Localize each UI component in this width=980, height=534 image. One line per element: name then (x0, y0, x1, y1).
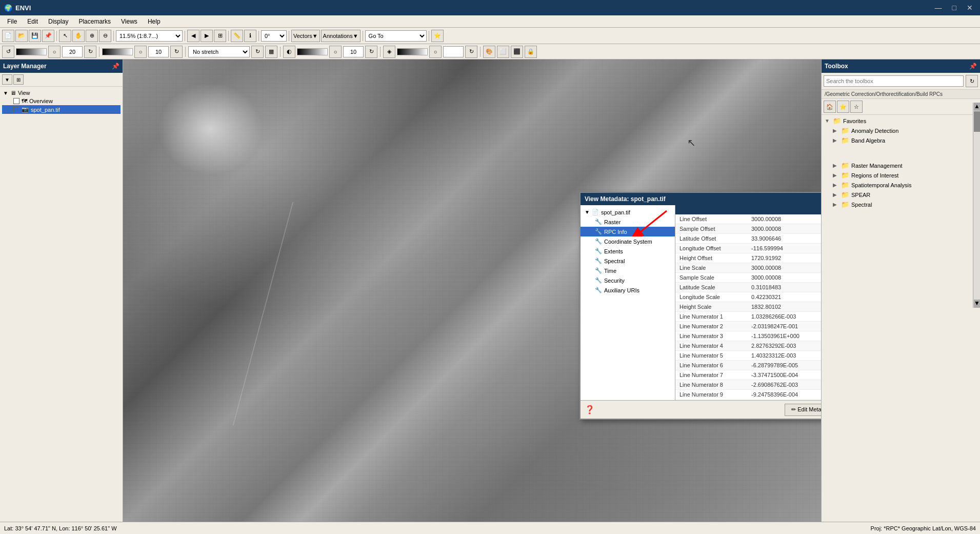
stretch-reset-button[interactable]: ↺ (2, 46, 14, 58)
gamma-reset[interactable]: ○ (329, 46, 342, 58)
gamma-input[interactable] (343, 46, 364, 57)
window-controls[interactable]: — □ ✕ (932, 3, 976, 13)
brightness-input[interactable]: 20 (62, 46, 83, 57)
tb-item-roi[interactable]: ▶ 📁 Regions of Interest (823, 170, 979, 180)
meta-tree-aux[interactable]: 🔧 Auxiliary URIs (581, 285, 675, 295)
goto-select[interactable]: Go To (365, 30, 427, 42)
overview-checkbox[interactable] (13, 98, 19, 104)
vectors-button[interactable]: Vectors ▼ (291, 30, 320, 42)
lm-new-view[interactable]: ⊞ (13, 74, 24, 85)
cursor-button[interactable]: ↖ (59, 30, 71, 42)
contrast2-button[interactable]: ⬛ (511, 46, 523, 58)
menu-views[interactable]: Views (116, 17, 143, 26)
toolbox-header: Toolbox 📌 (822, 60, 980, 73)
zoom-next-button[interactable]: ▶ (201, 30, 213, 42)
measure-button[interactable]: 📏 (231, 30, 243, 42)
menu-file[interactable]: File (2, 17, 22, 26)
stretch-select[interactable]: No stretch (188, 46, 250, 57)
tb-item-band-algebra[interactable]: ▶ 📁 Band Algebra (823, 135, 979, 145)
tb-home-button[interactable]: 🏠 (824, 101, 836, 113)
tb-item-anomaly[interactable]: ▶ 📁 Anomaly Detection (823, 126, 979, 135)
menu-display[interactable]: Display (43, 17, 73, 26)
tree-item-overview[interactable]: 🗺 Overview (2, 97, 121, 105)
pin-button[interactable]: 📌 (42, 30, 54, 42)
stretch-chip[interactable]: ▦ (265, 46, 277, 58)
stretch-apply[interactable]: ↻ (251, 46, 264, 58)
tree-item-spot-pan[interactable]: 📷 spot_pan.tif (2, 105, 121, 114)
color-button[interactable]: 🎨 (483, 46, 495, 58)
meta-tree-security[interactable]: 🔧 Security (581, 275, 675, 285)
open-button[interactable]: 📂 (15, 30, 28, 42)
rpc-key: Longitude Scale (675, 292, 747, 302)
scroll-thumb[interactable] (974, 111, 980, 132)
gamma-refresh[interactable]: ↻ (365, 46, 377, 58)
grayscale-button[interactable]: ⬜ (497, 46, 509, 58)
annotations-button[interactable]: Annotations ▼ (321, 30, 361, 42)
minimize-button[interactable]: — (932, 3, 945, 13)
tb-item-spatiotemporal[interactable]: ▶ 📁 Spatiotemporal Analysis (823, 180, 979, 190)
tb-item-raster-mgmt[interactable]: ▶ 📁 Raster Management (823, 161, 979, 170)
rpc-value: 33.9006646 (747, 234, 821, 244)
meta-tree-rpcinfo[interactable]: 🔧 RPC Info (581, 227, 675, 236)
scroll-down-arrow[interactable]: ▼ (974, 300, 980, 308)
layer-manager-panel: Layer Manager 📌 ▼ ⊞ ▼ 🖥 View 🗺 Overview (0, 60, 123, 522)
rotation-select[interactable]: 0° (261, 30, 287, 42)
toolbox-search-refresh[interactable]: ↻ (966, 75, 978, 87)
rpc-value: 1720.91992 (747, 253, 821, 263)
meta-tree-raster[interactable]: 🔧 Raster (581, 217, 675, 227)
meta-tree-time[interactable]: 🔧 Time (581, 266, 675, 275)
brightness-refresh[interactable]: ↻ (84, 46, 96, 58)
lock-button[interactable]: 🔒 (525, 46, 537, 58)
spot-pan-checkbox[interactable] (13, 107, 19, 113)
toolbox-scrollbar[interactable]: ▲ ▼ (973, 103, 980, 308)
contrast-reset[interactable]: ○ (134, 46, 147, 58)
toolbox-pin[interactable]: 📌 (969, 63, 977, 70)
sharpen-icon[interactable]: ◈ (383, 46, 395, 58)
meta-tree-extents[interactable]: 🔧 Extents (581, 246, 675, 256)
rpc-key: Line Numerator 6 (675, 361, 747, 370)
zoom-in-button[interactable]: ⊕ (86, 30, 98, 42)
separator (56, 31, 57, 41)
menu-help[interactable]: Help (143, 17, 166, 26)
meta-help-icon[interactable]: ❓ (585, 405, 595, 414)
scroll-up-arrow[interactable]: ▲ (974, 103, 980, 111)
contrast-input[interactable]: 10 (148, 46, 169, 57)
close-button[interactable]: ✕ (964, 3, 976, 13)
tree-item-view[interactable]: ▼ 🖥 View (2, 89, 121, 97)
pan-button[interactable]: ✋ (72, 30, 85, 42)
toolbox-search-input[interactable] (824, 75, 964, 87)
view-label: View (18, 90, 30, 96)
zoom-out-button[interactable]: ⊖ (99, 30, 111, 42)
new-button[interactable]: 📄 (2, 30, 14, 42)
zoom-prev-button[interactable]: ◀ (187, 30, 199, 42)
brightness-reset[interactable]: ○ (48, 46, 61, 58)
zoom-fit-button[interactable]: ⊞ (214, 30, 226, 42)
file-icon: 📄 (592, 209, 599, 215)
menu-edit[interactable]: Edit (22, 17, 43, 26)
sharpen-refresh[interactable]: ↻ (465, 46, 477, 58)
sharpen-reset[interactable]: ○ (429, 46, 442, 58)
meta-tree-spectral[interactable]: 🔧 Spectral (581, 256, 675, 266)
bookmark-button[interactable]: ⭐ (431, 30, 444, 42)
tb-item-favorites[interactable]: ▼ 📁 Favorites (823, 116, 979, 126)
tb-star2-button[interactable]: ☆ (850, 101, 863, 113)
tb-item-spear[interactable]: ▶ 📁 SPEAR (823, 190, 979, 200)
menu-placemarks[interactable]: Placemarks (73, 17, 116, 26)
meta-root-label: spot_pan.tif (601, 209, 630, 215)
identify-button[interactable]: ℹ (244, 30, 256, 42)
maximize-button[interactable]: □ (949, 3, 959, 13)
edit-metadata-button[interactable]: ✏ Edit Metadata (785, 404, 821, 416)
contrast-refresh[interactable]: ↻ (170, 46, 183, 58)
lm-expand-all[interactable]: ▼ (2, 74, 12, 85)
layer-manager-pin[interactable]: 📌 (112, 63, 119, 70)
sharpen-input[interactable] (443, 46, 464, 57)
tb-item-spectral[interactable]: ▶ 📁 Spectral (823, 200, 979, 209)
gamma-icon1[interactable]: ◐ (283, 46, 295, 58)
zoom-select[interactable]: 11.5% (1:8.7...) (116, 30, 183, 42)
meta-tree-root[interactable]: ▼ 📄 spot_pan.tif (581, 207, 675, 217)
separator7 (363, 31, 363, 41)
save-button[interactable]: 💾 (29, 30, 41, 42)
map-display[interactable]: ↖ View Metadata: spot_pan.tif — ✕ ▼ 📄 sp… (123, 60, 821, 522)
meta-tree-crs[interactable]: 🔧 Coordinate System (581, 236, 675, 246)
tb-star-button[interactable]: ⭐ (837, 101, 849, 113)
